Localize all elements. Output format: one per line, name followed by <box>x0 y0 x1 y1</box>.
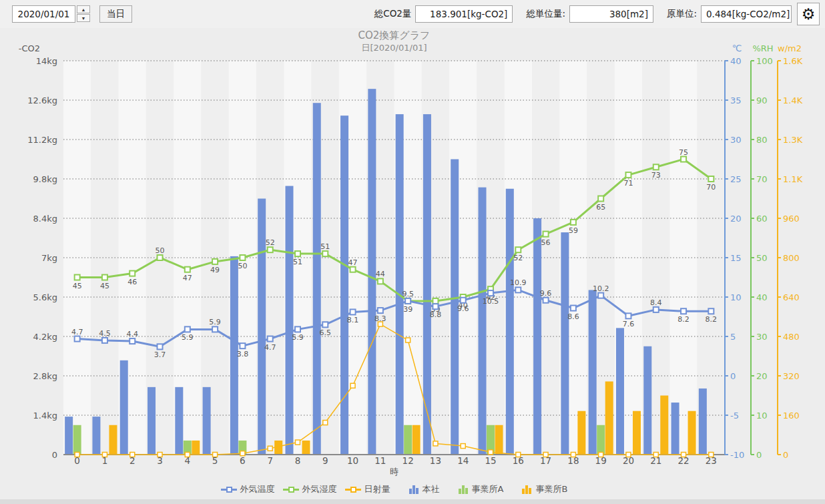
data-label-外気湿度-6: 50 <box>238 262 247 270</box>
summary-stats: 総CO2量 183.901[kg-CO2] 総単位量: 380[m2] 原単位:… <box>361 3 820 25</box>
total-unit-label: 総単位量: <box>526 8 565 20</box>
data-label-外気湿度-16: 52 <box>513 254 523 262</box>
data-label-外気湿度-14: 40 <box>459 301 468 310</box>
marker-日射量-18 <box>571 453 575 457</box>
marker-外気湿度-19 <box>598 196 603 202</box>
data-label-外気湿度-3: 50 <box>156 246 165 255</box>
bar-本社-12 <box>396 114 404 455</box>
bar-本社-3 <box>148 387 156 455</box>
data-label-外気湿度-7: 52 <box>266 238 275 247</box>
marker-外気温度-17 <box>543 298 549 303</box>
data-label-外気温度-22: 8.2 <box>677 315 690 324</box>
marker-外気湿度-4 <box>185 267 190 272</box>
hour-band <box>146 61 174 455</box>
marker-外気温度-7 <box>268 336 273 342</box>
date-spin-down-icon[interactable]: ▼ <box>77 14 90 22</box>
data-label-外気温度-11: 8.3 <box>374 314 386 323</box>
bar-事業所A-12 <box>404 425 412 455</box>
x-tick-label: 7 <box>267 455 273 466</box>
rh-axis-tick-label: 80 <box>756 135 768 145</box>
rh-axis-title: %RH <box>752 43 773 53</box>
legend-item-本社[interactable]: 本社 <box>409 483 440 495</box>
rh-axis-tick-label: 70 <box>756 174 768 184</box>
marker-日射量-10 <box>350 383 355 388</box>
intensity-label: 原単位: <box>667 8 697 20</box>
bar-事業所A-19 <box>597 425 605 455</box>
left-axis-tick: 9.8kg <box>33 174 57 184</box>
marker-外気湿度-12 <box>405 298 410 304</box>
temp-axis-tick-label: 30 <box>730 135 742 145</box>
marker-日射量-20 <box>626 453 631 457</box>
today-button[interactable]: 当日 <box>99 5 132 23</box>
marker-外気温度-15 <box>488 290 493 296</box>
x-tick-label: 4 <box>185 455 191 466</box>
x-tick-label: 9 <box>322 455 328 466</box>
x-tick-label: 1 <box>102 455 108 466</box>
solar-axis-tick-label: 320 <box>783 371 800 381</box>
marker-外気湿度-18 <box>571 220 576 225</box>
x-tick-label: 6 <box>240 455 246 466</box>
legend-item-外気温度[interactable]: 外気温度 <box>221 483 275 495</box>
data-label-外気湿度-2: 46 <box>127 278 137 286</box>
marker-日射量-13 <box>433 441 438 446</box>
solar-axis-tick-label: 1.4K <box>783 95 803 105</box>
solar-axis-title: w/m2 <box>778 43 802 53</box>
legend-label: 外気温度 <box>240 483 275 495</box>
marker-外気湿度-23 <box>708 176 714 182</box>
marker-外気温度-4 <box>185 326 190 332</box>
hour-band <box>642 61 669 455</box>
hour-band <box>366 61 394 455</box>
marker-外気湿度-3 <box>158 255 163 260</box>
bar-事業所B-21 <box>660 396 668 455</box>
data-label-外気温度-12: 9.5 <box>402 290 414 298</box>
legend-item-事業所B[interactable]: 事業所B <box>522 483 567 495</box>
bar-本社-10 <box>340 115 348 455</box>
legend-item-事業所A[interactable]: 事業所A <box>459 483 504 495</box>
legend-label: 本社 <box>423 483 440 495</box>
temp-axis-tick-label: 40 <box>730 56 742 66</box>
legend-bars-icon <box>459 485 469 494</box>
data-label-外気温度-8: 5.9 <box>292 333 304 342</box>
temp-axis-tick-label: 15 <box>730 253 742 263</box>
line-日射量 <box>77 324 712 455</box>
left-axis-tick: 0 <box>52 450 57 460</box>
data-label-外気温度-6: 3.8 <box>237 350 249 358</box>
settings-gear-icon[interactable]: ⚙ <box>797 3 820 25</box>
date-picker: ▲ ▼ 当日 <box>12 5 132 23</box>
legend-item-外気湿度[interactable]: 外気湿度 <box>283 483 337 495</box>
marker-外気温度-14 <box>461 298 466 303</box>
x-tick-label: 22 <box>677 455 689 466</box>
marker-日射量-15 <box>489 450 493 455</box>
bar-本社-11 <box>368 89 376 455</box>
left-axis-tick: 12.6kg <box>27 95 57 105</box>
x-tick-label: 3 <box>157 455 163 466</box>
marker-外気温度-16 <box>515 287 521 292</box>
marker-外気温度-10 <box>350 309 356 314</box>
date-spinner: ▲ ▼ <box>77 5 90 23</box>
marker-外気温度-11 <box>378 308 383 313</box>
marker-外気温度-0 <box>75 336 80 342</box>
temp-axis-tick-label: 5 <box>730 332 736 342</box>
data-label-外気湿度-8: 51 <box>293 258 302 266</box>
legend-item-日射量[interactable]: 日射量 <box>345 483 390 495</box>
data-label-外気湿度-1: 45 <box>100 282 109 290</box>
marker-日射量-19 <box>599 453 603 457</box>
data-label-外気湿度-12: 39 <box>403 305 412 314</box>
legend-label: 事業所B <box>535 483 567 495</box>
marker-日射量-0 <box>75 453 79 457</box>
bar-事業所B-1 <box>109 425 117 455</box>
hour-band <box>615 61 642 455</box>
line-外気湿度 <box>77 160 712 301</box>
rh-axis-tick-label: 0 <box>756 450 762 460</box>
date-spin-up-icon[interactable]: ▲ <box>77 5 90 13</box>
hour-band <box>229 61 256 455</box>
left-axis-tick: 8.4kg <box>33 214 57 224</box>
x-tick-label: 11 <box>374 455 386 466</box>
marker-外気温度-19 <box>598 293 603 298</box>
bar-事業所B-8 <box>302 441 310 455</box>
marker-外気温度-8 <box>295 326 300 332</box>
marker-日射量-21 <box>653 453 658 457</box>
date-input[interactable] <box>12 5 75 23</box>
bar-事業所B-4 <box>192 441 200 455</box>
rh-axis-tick-label: 30 <box>756 332 768 342</box>
